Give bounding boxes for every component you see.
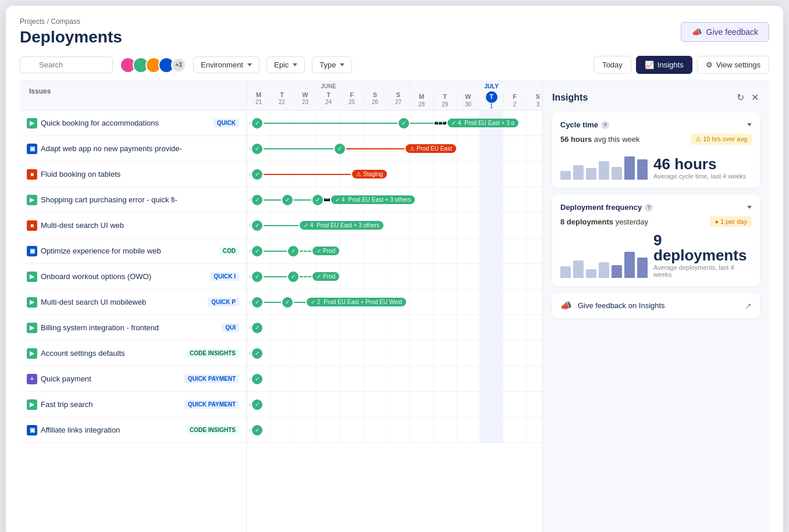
day-m21: M21: [247, 91, 270, 106]
day-w30: W30: [456, 91, 479, 110]
search-input[interactable]: [20, 56, 113, 73]
gantt-row-4: ‹ ✓ ✓ ✓ ✓ 4 Prod EU East + 3 others: [247, 187, 542, 213]
bar-2: [573, 165, 584, 180]
issue-icon-story: ▶: [27, 323, 37, 333]
gantt-section: Issues JUNE M21 T22 W23 T24 F25 S26 S27: [20, 81, 542, 532]
deploy-big-value: 9 deployments: [653, 233, 752, 263]
gantt-row-8: ‹ ✓ ✓ ✓ 2 Prod EU East + Prod EU West: [247, 290, 542, 315]
expand-icon[interactable]: [747, 206, 752, 209]
bar-6: [624, 156, 635, 180]
bar-3: [586, 269, 596, 278]
epic-filter[interactable]: Epic: [266, 56, 305, 73]
issues-gantt-body: ▶ Quick booking for accommodations QUICK…: [20, 110, 542, 532]
issue-tag: QUICK I: [210, 272, 239, 281]
cycle-big-value: 46 hours: [653, 156, 746, 172]
view-buttons: Today 📈 Insights ⚙ View settings: [593, 56, 769, 74]
help-icon: ?: [645, 203, 653, 212]
view-settings-button[interactable]: ⚙ View settings: [697, 56, 769, 74]
day-s3: S3: [526, 91, 542, 110]
issue-row: ▶ Billing system integration - frontend …: [20, 315, 246, 341]
insights-button[interactable]: 📈 Insights: [636, 56, 692, 74]
deploy-freq-chart: 9 deployments Average deployments, last …: [560, 233, 752, 278]
expand-icon[interactable]: [747, 123, 752, 126]
gcell: [317, 110, 340, 135]
feedback-row[interactable]: 📣 Give feedback on Insights ↗: [552, 293, 760, 318]
issues-list: ▶ Quick booking for accommodations QUICK…: [20, 110, 247, 532]
issue-name: Quick booking for accommodations: [41, 119, 210, 127]
gcell: [386, 110, 410, 135]
issue-row: ▶ Fast trip search QUICK PAYMENT: [20, 392, 246, 417]
day-f2: F2: [503, 91, 526, 110]
type-filter[interactable]: Type: [312, 56, 352, 73]
issue-name: Adapt web app no new payments provide-: [41, 144, 239, 153]
issue-tag: QUICK P: [208, 298, 239, 306]
issue-name: Billing system integration - frontend: [41, 323, 218, 332]
search-wrapper: 🔍: [20, 56, 113, 73]
issue-icon-story: ▣: [27, 144, 37, 154]
deploy-desc: Average deployments, last 4 weeks: [653, 264, 752, 278]
gantt-row-10: ‹ ✓: [247, 341, 542, 366]
july-days: M28 T29 W30 T1 F2 S3 S4: [410, 91, 542, 110]
feedback-text: Give feedback on Insights: [578, 301, 739, 310]
cycle-time-label: Cycle time ?: [560, 120, 609, 129]
chart-icon: 📈: [645, 60, 654, 69]
close-insights-button[interactable]: ✕: [750, 91, 760, 104]
bar-1: [560, 171, 571, 180]
day-s27: S27: [386, 91, 410, 106]
issue-icon-story: ▣: [27, 246, 37, 256]
gantt-row-2: ‹ ✓ ✓ ⚠ Prod EU East: [247, 136, 542, 162]
day-s26: S26: [363, 91, 386, 106]
issue-tag: CODE INSIGHTS: [186, 426, 239, 434]
today-button[interactable]: Today: [593, 56, 631, 74]
issue-icon-story: ▶: [27, 348, 37, 359]
issue-icon-story: ▶: [27, 297, 37, 308]
chevron-down-icon: [340, 63, 344, 66]
deploy-freq-badge: ● 1 per day: [710, 216, 752, 227]
issue-row: ▶ Shopping cart purchasing error - quick…: [20, 187, 246, 213]
gantt-row-5: ‹ ✓ ✓ 4 Prod EU East + 3 others: [247, 213, 542, 238]
refresh-button[interactable]: ↻: [735, 91, 745, 104]
give-feedback-button[interactable]: 📣 Give feedback: [681, 22, 770, 42]
gcell: [456, 110, 479, 135]
cycle-time-chart: 46 hours Average cycle time, last 4 week…: [560, 151, 752, 180]
day-t22: T22: [270, 91, 293, 106]
june-days: M21 T22 W23 T24 F25 S26 S27: [247, 91, 410, 106]
breadcrumb: Projects / Compass: [20, 17, 122, 26]
environment-filter[interactable]: Environment: [193, 56, 260, 73]
issue-name: Fast trip search: [41, 400, 181, 409]
issue-name: Account settings defaults: [41, 349, 183, 358]
issue-row: + Quick payment QUICK PAYMENT: [20, 366, 246, 392]
bar-2: [573, 260, 584, 278]
issue-tag: QUICK PAYMENT: [184, 374, 239, 383]
issue-row: ▣ Affiliate links integration CODE INSIG…: [20, 417, 246, 443]
issue-name: Affiliate links integration: [41, 426, 183, 434]
gcell: [293, 110, 317, 135]
avatar-group[interactable]: +3: [120, 57, 186, 73]
main-content: Issues JUNE M21 T22 W23 T24 F25 S26 S27: [20, 81, 769, 532]
cycle-time-avg: 56 hours avg this week: [560, 135, 640, 144]
chevron-down-icon: [247, 63, 252, 66]
deploy-bars: [560, 249, 648, 278]
deploy-freq-card: Deployment frequency ? 8 deployments yes…: [552, 195, 760, 286]
cycle-bars: [560, 151, 648, 180]
gcell-today: [479, 110, 503, 135]
issue-tag: QUICK: [214, 119, 239, 127]
avatar-count: +3: [171, 58, 186, 73]
july-group: JULY M28 T29 W30 T1 F2 S3 S4: [410, 81, 542, 110]
cycle-time-badge: ⚠ 10 hrs over avg: [691, 134, 752, 145]
external-link-icon: ↗: [745, 301, 752, 310]
bar-1: [560, 266, 571, 278]
june-label: JUNE: [247, 81, 410, 91]
issue-row: ▣ Optimize experience for mobile web COD: [20, 238, 246, 264]
insights-panel-title: Insights: [552, 92, 588, 103]
gcell: [526, 110, 542, 135]
gantt-row-6: ‹ ✓ ✓ ✓ Prod: [247, 238, 542, 264]
day-w23: W23: [293, 91, 317, 106]
bar-6: [624, 252, 635, 278]
megaphone-icon: 📣: [692, 27, 702, 37]
help-icon: ?: [601, 121, 609, 129]
gantt-row-9: ‹ ✓: [247, 315, 542, 341]
issue-row: ▶ Onboard workout options (OWO) QUICK I: [20, 264, 246, 290]
day-f25: F25: [340, 91, 363, 106]
page-title: Deployments: [20, 28, 122, 47]
